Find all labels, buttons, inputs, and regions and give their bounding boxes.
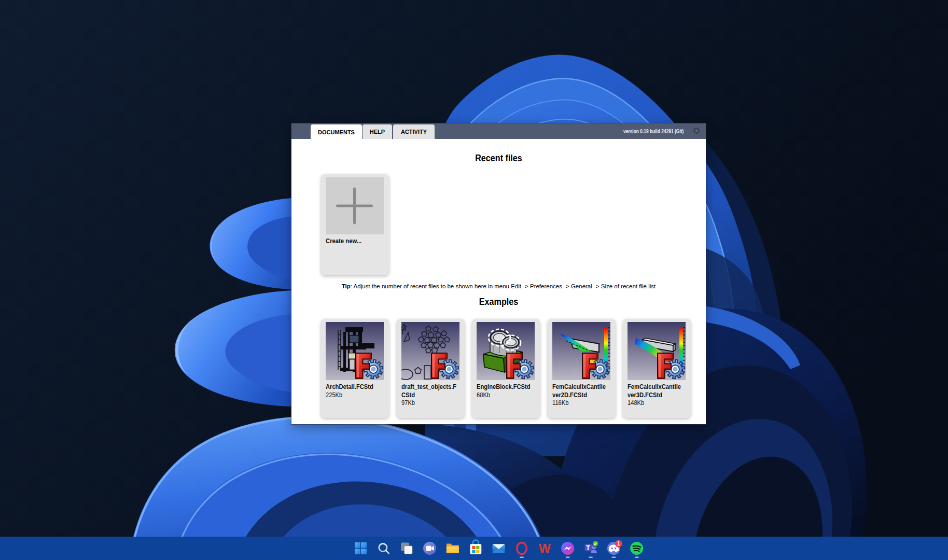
svg-text:W: W [539,541,551,555]
svg-text:1: 1 [617,541,620,547]
